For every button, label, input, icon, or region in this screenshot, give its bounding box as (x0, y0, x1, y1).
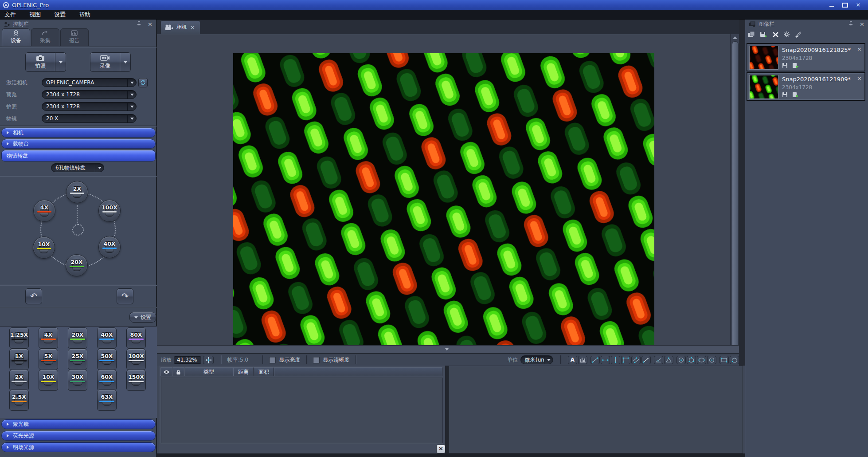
section-nosepiece[interactable]: 物镜转盘 (1, 150, 156, 162)
angle3p-tool-button[interactable] (664, 356, 673, 364)
vline-tool-button[interactable] (611, 356, 620, 364)
turret-button-2x[interactable]: 2X (66, 181, 88, 203)
angle-tool-button[interactable] (654, 356, 663, 364)
menu-help[interactable]: 帮助 (79, 11, 90, 19)
export-image-icon[interactable] (792, 63, 799, 68)
objective-grid-button-50x[interactable]: 50X (97, 349, 117, 370)
rectangle-tool-button[interactable] (719, 356, 729, 364)
tab-capture[interactable]: 采集 (31, 28, 59, 46)
show-brightness-checkbox[interactable] (269, 357, 276, 363)
objective-grid-button-25x[interactable]: 25X (68, 349, 87, 370)
capture-button[interactable]: 拍照 (25, 52, 55, 72)
objective-grid-button-5x[interactable]: 5X (39, 349, 58, 370)
objective-grid-button-30x[interactable]: 30X (68, 370, 87, 391)
preview-resolution-select[interactable]: 2304 x 1728 (42, 90, 137, 99)
ellipse-tool-button[interactable] (697, 356, 706, 364)
rotate-ccw-button[interactable]: ↶ (25, 288, 42, 304)
section-stage[interactable]: 载物台 (1, 139, 156, 149)
close-measurement-button[interactable]: × (436, 445, 446, 453)
type-column-header[interactable]: 类型 (184, 367, 233, 376)
close-panel-icon[interactable]: × (860, 21, 864, 27)
save-image-icon[interactable] (782, 63, 788, 68)
section-condenser[interactable]: 聚光镜 (1, 419, 156, 429)
pin-icon[interactable] (848, 21, 853, 27)
unit-select[interactable]: 微米(um) (520, 355, 553, 364)
minimize-button[interactable] (828, 2, 835, 8)
scrollbar-thumb[interactable] (732, 41, 739, 353)
visibility-column-header[interactable] (160, 367, 172, 376)
turret-button-10x[interactable]: 10X (33, 236, 55, 259)
objective-grid-button-4x[interactable]: 4X (39, 327, 58, 349)
objective-settings-button[interactable]: 设置 (129, 312, 156, 323)
arrow-line-tool-button[interactable] (641, 356, 651, 364)
export-image-icon[interactable] (792, 92, 799, 98)
objective-grid-button-80x[interactable]: 80X (126, 327, 146, 349)
scroll-up-icon[interactable] (733, 36, 737, 39)
save-all-icon[interactable] (748, 31, 755, 38)
menu-view[interactable]: 视图 (29, 11, 41, 19)
turret-button-100x[interactable]: 100X (98, 200, 121, 222)
pin-icon[interactable] (137, 21, 141, 27)
lock-column-header[interactable] (172, 367, 184, 376)
fit-view-button[interactable] (203, 356, 214, 364)
capture-dropdown[interactable] (55, 52, 66, 72)
distance-column-header[interactable]: 距离 (233, 367, 254, 376)
image-viewport[interactable] (157, 34, 730, 365)
objective-grid-button-63x[interactable]: 63X (97, 390, 117, 411)
maximize-button[interactable] (841, 2, 848, 8)
zoom-input[interactable]: 41.32% (174, 356, 201, 364)
parallel-tool-button[interactable] (631, 356, 641, 364)
image-thumbnail-red[interactable] (749, 46, 778, 70)
polyline-tool-button[interactable] (621, 356, 630, 364)
close-panel-icon[interactable]: × (148, 21, 152, 27)
menu-settings[interactable]: 设置 (54, 11, 66, 19)
objective-grid-button-40x[interactable]: 40X (97, 327, 117, 349)
record-dropdown[interactable] (120, 52, 131, 72)
gear-icon[interactable] (783, 31, 790, 38)
histogram-tool-button[interactable] (578, 356, 587, 364)
tab-device[interactable]: 设备 (2, 28, 30, 46)
objective-select[interactable]: 20 X (42, 114, 137, 123)
close-button[interactable]: × (855, 2, 862, 8)
turret-button-20x[interactable]: 20X (66, 254, 88, 276)
snap-resolution-select[interactable]: 2304 x 1728 (42, 102, 137, 111)
circle-center-tool-button[interactable] (676, 356, 686, 364)
objective-grid-button-2-5x[interactable]: 2.5X (9, 390, 29, 411)
objective-grid-button-150x[interactable]: 150X (126, 370, 146, 391)
circle-radius-tool-button[interactable] (707, 356, 716, 364)
section-fluorescence[interactable]: 荧光光源 (1, 431, 156, 441)
section-camera[interactable]: 相机 (1, 128, 156, 138)
vertical-scrollbar[interactable] (730, 34, 739, 365)
objective-grid-button-60x[interactable]: 60X (97, 370, 117, 391)
area-column-header[interactable]: 面积 (254, 367, 274, 376)
camera-settings-button[interactable] (138, 78, 148, 87)
clear-list-icon[interactable] (794, 32, 802, 38)
objective-grid-button-20x[interactable]: 20X (68, 327, 87, 349)
remove-image-icon[interactable]: × (857, 75, 862, 82)
tab-camera[interactable]: 相机 × (160, 20, 200, 34)
menu-file[interactable]: 文件 (4, 11, 16, 19)
tab-report[interactable]: 报告 (60, 28, 89, 46)
active-camera-select[interactable]: OPLENIC_CAMERA (42, 78, 137, 87)
turret-button-40x[interactable]: 40X (98, 236, 121, 258)
objective-grid-button-10x[interactable]: 10X (39, 370, 58, 391)
panel-divider[interactable] (445, 366, 449, 453)
circle-3pt-tool-button[interactable] (687, 356, 696, 364)
image-list-item[interactable]: Snap20200916121825* 2304x1728 × (747, 43, 865, 71)
image-thumbnail-green[interactable] (749, 75, 778, 99)
show-sharpness-checkbox[interactable] (313, 357, 320, 363)
objective-grid-button-1x[interactable]: 1X (9, 349, 29, 370)
objective-grid-button-2x[interactable]: 2X (9, 370, 29, 391)
text-tool-button[interactable]: A (568, 356, 577, 364)
tab-close-icon[interactable]: × (190, 24, 195, 30)
objective-grid-button-1-25x[interactable]: 1.25X (9, 327, 29, 349)
save-image-icon[interactable] (782, 92, 788, 98)
collapse-handle-icon[interactable] (445, 348, 449, 351)
hline-tool-button[interactable] (601, 356, 610, 364)
objective-grid-button-100x[interactable]: 100X (126, 349, 146, 370)
image-list-item[interactable]: Snap20200916121909* 2304x1728 × (747, 73, 865, 100)
turret-button-4x[interactable]: 4X (33, 200, 55, 222)
turret-type-select[interactable]: 6孔物镜转盘 (51, 163, 104, 172)
export-image-icon[interactable] (760, 31, 768, 38)
measurement-table-body[interactable] (160, 377, 443, 444)
